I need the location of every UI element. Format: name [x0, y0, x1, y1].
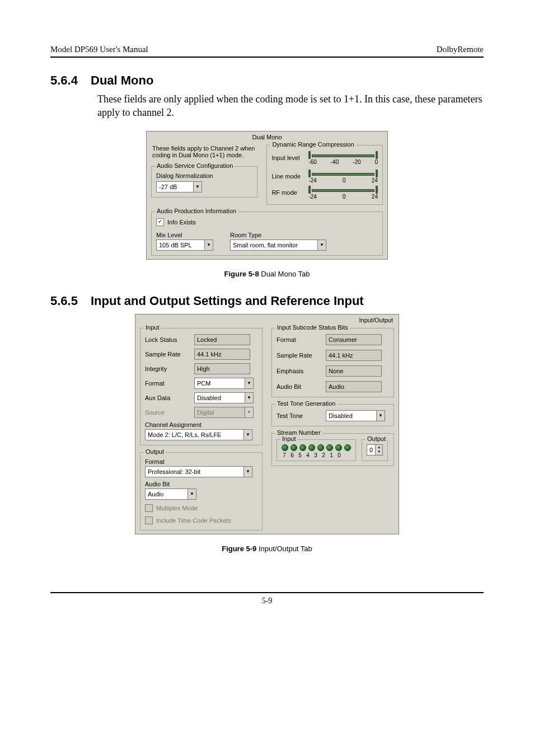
label-isb-rate: Sample Rate	[277, 352, 321, 359]
chevron-down-icon[interactable]: ▼	[204, 240, 213, 250]
label-rf-mode: RF mode	[271, 189, 305, 196]
legend-isb: Input Subcode Status Bits	[275, 324, 350, 331]
group-sn-input: Input 7654 3210	[277, 439, 356, 461]
figure-caption-5-8: Figure 5-8 Dual Mono Tab	[50, 270, 484, 278]
label-sample-rate: Sample Rate	[145, 351, 190, 358]
field-sample-rate: 44.1 kHz	[194, 349, 250, 360]
dialog-title: Dual Mono	[147, 132, 387, 142]
spin-output-stream[interactable]: 0 ▲▼	[367, 444, 383, 456]
label-aux-data: Aux Data	[145, 395, 190, 401]
group-input: Input Lock Status Locked Sample Rate 44.…	[140, 328, 263, 445]
combo-source: Digital ▼	[194, 407, 254, 418]
label-dialog-norm: Dialog Normalization	[156, 172, 252, 179]
header-right: DolbyRemote	[437, 45, 484, 54]
field-isb-rate: 44.1 kHz	[326, 350, 382, 361]
slider-input-level[interactable]	[308, 151, 378, 159]
group-sn-output: Output 0 ▲▼	[362, 439, 388, 461]
label-isb-format: Format	[277, 336, 321, 343]
legend-drc: Dynamic Range Compression	[270, 141, 355, 148]
combo-output-audio-bit[interactable]: Audio ▼	[145, 489, 196, 500]
label-isb-emphasis: Emphasis	[277, 368, 321, 374]
section-number: 5.6.5	[50, 294, 91, 308]
label-line-mode: Line mode	[271, 173, 305, 180]
header-left: Model DP569 User's Manual	[50, 45, 148, 54]
led-numbers: 7654 3210	[282, 452, 351, 458]
page-number: 5-9	[50, 597, 484, 605]
section-number: 5.6.4	[50, 73, 91, 88]
field-isb-audio-bit: Audio	[326, 381, 382, 392]
legend-ttg: Test Tone Generation	[275, 400, 337, 407]
chevron-down-icon[interactable]: ▼	[243, 430, 252, 440]
label-output-format: Format	[145, 458, 257, 465]
chevron-down-icon[interactable]: ▼	[317, 240, 326, 250]
label-input-format: Format	[145, 380, 190, 387]
combo-dialog-norm[interactable]: -27 dB ▼	[156, 181, 202, 192]
chevron-down-icon[interactable]: ▼	[188, 489, 196, 499]
note-text: These fields apply to Channel 2 when cod…	[152, 145, 257, 158]
group-output: Output Format Professional: 32-bit ▼ Aud…	[140, 452, 263, 530]
label-source: Source	[145, 409, 190, 416]
chevron-down-icon: ▼	[245, 407, 253, 417]
label-room-type: Room Type	[230, 232, 326, 238]
legend-input: Input	[144, 324, 161, 331]
section-title: Dual Mono	[91, 73, 153, 87]
group-audio-service-config: Audio Service Configuration Dialog Norma…	[151, 166, 257, 198]
figure-caption-5-9: Figure 5-9 Input/Output Tab	[50, 544, 484, 553]
group-stream-number: Stream Number Input 7654 3210	[271, 433, 394, 466]
slider-line-mode[interactable]	[308, 170, 378, 177]
slider-rf-mode[interactable]	[308, 186, 378, 194]
combo-output-format[interactable]: Professional: 32-bit ▼	[145, 466, 252, 477]
group-test-tone: Test Tone Generation Test Tone Disabled …	[271, 404, 394, 426]
section-heading-io: 5.6.5Input and Output Settings and Refer…	[50, 294, 484, 308]
chevron-down-icon[interactable]: ▼	[193, 182, 202, 192]
checkbox-info-exists[interactable]: ✓Info Exists	[156, 218, 196, 226]
label-isb-audio-bit: Audio Bit	[277, 383, 321, 390]
combo-value: -27 dB	[157, 182, 193, 192]
legend-asc: Audio Service Configuration	[155, 162, 235, 169]
combo-room-type[interactable]: Small room, flat monitor ▼	[230, 240, 326, 251]
field-lock-status: Locked	[194, 334, 250, 345]
combo-test-tone[interactable]: Disabled ▼	[326, 410, 385, 421]
legend-api: Audio Production Information	[155, 208, 238, 214]
chevron-down-icon[interactable]: ▼	[243, 467, 252, 477]
section-title: Input and Output Settings and Reference …	[91, 294, 364, 308]
label-test-tone: Test Tone	[277, 412, 321, 419]
checkbox-multiplex-mode: Multiplex Mode	[145, 504, 198, 512]
group-input-subcode: Input Subcode Status Bits Format Consume…	[271, 328, 394, 397]
label-channel-assignment: Channel Assignment	[145, 421, 257, 428]
chevron-down-icon[interactable]: ▼	[245, 378, 253, 388]
section-heading-dual-mono: 5.6.4Dual Mono	[50, 73, 484, 88]
combo-input-format[interactable]: PCM ▼	[194, 378, 254, 389]
field-isb-format: Consumer	[326, 334, 382, 345]
label-mix-level: Mix Level	[156, 232, 213, 238]
chevron-down-icon[interactable]: ▼	[245, 393, 253, 403]
combo-channel-assignment[interactable]: Mode 2: L/C, R/Ls, Rs/LFE ▼	[145, 429, 252, 440]
legend-output: Output	[144, 448, 166, 455]
section-body-dual-mono: These fields are only applied when the c…	[97, 92, 484, 120]
checkbox-include-time-code: Include Time Code Packets	[145, 516, 231, 524]
combo-aux-data[interactable]: Disabled ▼	[194, 392, 254, 403]
label-lock-status: Lock Status	[145, 336, 190, 343]
label-integrity: Integrity	[145, 365, 190, 372]
dialog-dual-mono: Dual Mono These fields apply to Channel …	[146, 131, 388, 260]
label-input-level: Input level	[271, 154, 305, 161]
dialog-input-output: Input/Output Input Lock Status Locked Sa…	[135, 314, 399, 534]
led-row	[282, 444, 351, 451]
legend-sn-input: Input	[280, 435, 297, 442]
field-integrity: High	[194, 363, 250, 374]
legend-sn-output: Output	[366, 435, 387, 442]
label-output-audio-bit: Audio Bit	[145, 481, 257, 487]
combo-mix-level[interactable]: 105 dB SPL ▼	[156, 240, 213, 251]
dialog-title: Input/Output	[135, 314, 399, 325]
group-api: Audio Production Information ✓Info Exist…	[151, 212, 383, 256]
chevron-down-icon[interactable]: ▼	[376, 411, 385, 421]
field-isb-emphasis: None	[326, 365, 382, 377]
group-drc: Dynamic Range Compression Input level -6…	[266, 145, 383, 205]
